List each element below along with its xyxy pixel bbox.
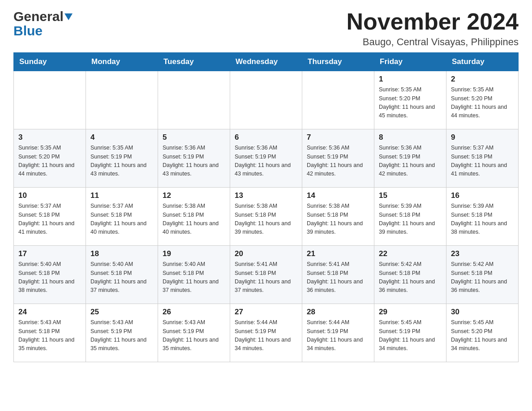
day-number: 24 [18,308,81,317]
day-info: Sunrise: 5:43 AMSunset: 5:19 PMDaylight:… [90,318,153,353]
day-number: 1 [379,75,442,84]
calendar-cell: 21Sunrise: 5:41 AMSunset: 5:18 PMDayligh… [302,246,374,304]
title-section: November 2024 Baugo, Central Visayas, Ph… [347,9,519,48]
location-title: Baugo, Central Visayas, Philippines [347,36,519,48]
month-title: November 2024 [347,9,519,34]
calendar-cell: 12Sunrise: 5:38 AMSunset: 5:18 PMDayligh… [158,188,230,246]
weekday-header-saturday: Saturday [446,53,519,71]
day-info: Sunrise: 5:37 AMSunset: 5:18 PMDaylight:… [451,144,514,179]
calendar-cell: 14Sunrise: 5:38 AMSunset: 5:18 PMDayligh… [302,188,374,246]
day-info: Sunrise: 5:36 AMSunset: 5:19 PMDaylight:… [163,144,225,179]
calendar-cell [14,71,86,129]
weekday-header-row: SundayMondayTuesdayWednesdayThursdayFrid… [14,53,519,71]
day-number: 30 [451,308,514,317]
day-info: Sunrise: 5:41 AMSunset: 5:18 PMDaylight:… [307,260,369,295]
day-info: Sunrise: 5:36 AMSunset: 5:19 PMDaylight:… [307,144,369,179]
day-info: Sunrise: 5:40 AMSunset: 5:18 PMDaylight:… [163,260,225,295]
day-info: Sunrise: 5:40 AMSunset: 5:18 PMDaylight:… [90,260,153,295]
calendar-table: SundayMondayTuesdayWednesdayThursdayFrid… [13,52,519,362]
calendar-cell: 25Sunrise: 5:43 AMSunset: 5:19 PMDayligh… [86,304,158,362]
calendar-cell: 16Sunrise: 5:39 AMSunset: 5:18 PMDayligh… [446,188,519,246]
calendar-cell: 17Sunrise: 5:40 AMSunset: 5:18 PMDayligh… [14,246,86,304]
day-info: Sunrise: 5:44 AMSunset: 5:19 PMDaylight:… [235,318,297,353]
day-number: 22 [379,249,442,258]
day-info: Sunrise: 5:42 AMSunset: 5:18 PMDaylight:… [451,260,514,295]
calendar-cell: 10Sunrise: 5:37 AMSunset: 5:18 PMDayligh… [14,188,86,246]
day-number: 5 [163,133,225,142]
day-number: 6 [235,133,297,142]
day-number: 19 [163,249,225,258]
calendar-week-row: 1Sunrise: 5:35 AMSunset: 5:20 PMDaylight… [14,71,519,129]
calendar-cell: 7Sunrise: 5:36 AMSunset: 5:19 PMDaylight… [302,129,374,188]
page-header: General Blue November 2024 Baugo, Centra… [13,9,519,48]
calendar-cell: 30Sunrise: 5:45 AMSunset: 5:20 PMDayligh… [446,304,519,362]
day-info: Sunrise: 5:36 AMSunset: 5:19 PMDaylight:… [379,144,442,179]
calendar-cell: 19Sunrise: 5:40 AMSunset: 5:18 PMDayligh… [158,246,230,304]
day-number: 2 [451,75,514,84]
day-info: Sunrise: 5:43 AMSunset: 5:19 PMDaylight:… [163,318,225,353]
day-info: Sunrise: 5:35 AMSunset: 5:20 PMDaylight:… [379,86,442,120]
weekday-header-friday: Friday [374,53,446,71]
weekday-header-monday: Monday [86,53,158,71]
day-info: Sunrise: 5:45 AMSunset: 5:20 PMDaylight:… [451,318,514,353]
calendar-cell: 24Sunrise: 5:43 AMSunset: 5:18 PMDayligh… [14,304,86,362]
day-number: 26 [163,308,225,317]
day-number: 21 [307,249,369,258]
day-number: 27 [235,308,297,317]
day-number: 28 [307,308,369,317]
day-info: Sunrise: 5:41 AMSunset: 5:18 PMDaylight:… [235,260,297,295]
day-number: 12 [163,191,225,200]
calendar-cell: 11Sunrise: 5:37 AMSunset: 5:18 PMDayligh… [86,188,158,246]
day-number: 20 [235,249,297,258]
calendar-week-row: 24Sunrise: 5:43 AMSunset: 5:18 PMDayligh… [14,304,519,362]
calendar-cell: 5Sunrise: 5:36 AMSunset: 5:19 PMDaylight… [158,129,230,188]
calendar-cell [230,71,302,129]
weekday-header-sunday: Sunday [14,53,86,71]
calendar-cell: 23Sunrise: 5:42 AMSunset: 5:18 PMDayligh… [446,246,519,304]
day-number: 29 [379,308,442,317]
day-number: 13 [235,191,297,200]
calendar-week-row: 10Sunrise: 5:37 AMSunset: 5:18 PMDayligh… [14,188,519,246]
day-number: 15 [379,191,442,200]
calendar-cell: 2Sunrise: 5:35 AMSunset: 5:20 PMDaylight… [446,71,519,129]
day-number: 4 [90,133,153,142]
day-number: 10 [18,191,81,200]
calendar-cell: 1Sunrise: 5:35 AMSunset: 5:20 PMDaylight… [374,71,446,129]
calendar-cell: 9Sunrise: 5:37 AMSunset: 5:18 PMDaylight… [446,129,519,188]
day-info: Sunrise: 5:36 AMSunset: 5:19 PMDaylight:… [235,144,297,179]
day-info: Sunrise: 5:38 AMSunset: 5:18 PMDaylight:… [307,202,369,237]
calendar-cell: 13Sunrise: 5:38 AMSunset: 5:18 PMDayligh… [230,188,302,246]
day-info: Sunrise: 5:35 AMSunset: 5:19 PMDaylight:… [90,144,153,179]
day-info: Sunrise: 5:35 AMSunset: 5:20 PMDaylight:… [451,86,514,120]
calendar-cell [302,71,374,129]
day-number: 11 [90,191,153,200]
day-number: 14 [307,191,369,200]
day-number: 9 [451,133,514,142]
day-number: 23 [451,249,514,258]
calendar-cell: 8Sunrise: 5:36 AMSunset: 5:19 PMDaylight… [374,129,446,188]
calendar-cell: 28Sunrise: 5:44 AMSunset: 5:19 PMDayligh… [302,304,374,362]
weekday-header-thursday: Thursday [302,53,374,71]
day-number: 25 [90,308,153,317]
day-number: 18 [90,249,153,258]
calendar-cell: 6Sunrise: 5:36 AMSunset: 5:19 PMDaylight… [230,129,302,188]
calendar-cell: 4Sunrise: 5:35 AMSunset: 5:19 PMDaylight… [86,129,158,188]
day-info: Sunrise: 5:38 AMSunset: 5:18 PMDaylight:… [163,202,225,237]
logo-blue-text: Blue [13,23,43,39]
calendar-week-row: 3Sunrise: 5:35 AMSunset: 5:20 PMDaylight… [14,129,519,188]
calendar-cell: 3Sunrise: 5:35 AMSunset: 5:20 PMDaylight… [14,129,86,188]
day-info: Sunrise: 5:45 AMSunset: 5:19 PMDaylight:… [379,318,442,353]
day-number: 7 [307,133,369,142]
weekday-header-wednesday: Wednesday [230,53,302,71]
logo-general-text: General [13,9,64,24]
day-info: Sunrise: 5:35 AMSunset: 5:20 PMDaylight:… [18,144,81,179]
day-number: 17 [18,249,81,258]
calendar-week-row: 17Sunrise: 5:40 AMSunset: 5:18 PMDayligh… [14,246,519,304]
calendar-cell: 18Sunrise: 5:40 AMSunset: 5:18 PMDayligh… [86,246,158,304]
logo: General Blue [13,9,73,39]
logo-arrow-icon [64,13,73,20]
day-info: Sunrise: 5:40 AMSunset: 5:18 PMDaylight:… [18,260,81,295]
day-info: Sunrise: 5:39 AMSunset: 5:18 PMDaylight:… [379,202,442,237]
calendar-cell: 26Sunrise: 5:43 AMSunset: 5:19 PMDayligh… [158,304,230,362]
calendar-cell [158,71,230,129]
